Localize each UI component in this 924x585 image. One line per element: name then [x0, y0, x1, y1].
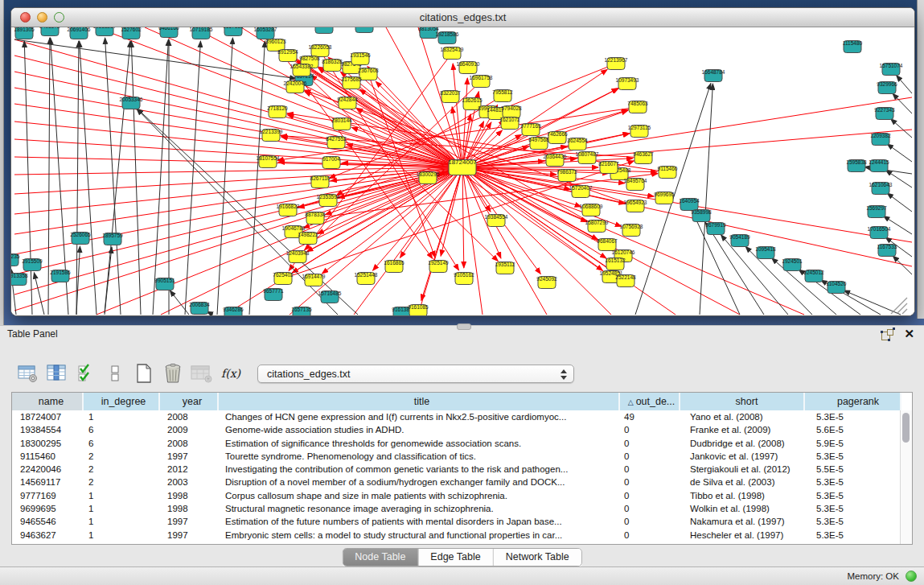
table-cell[interactable]: 2003 [160, 476, 219, 488]
table-cell[interactable]: 2 [84, 463, 160, 476]
table-cell[interactable]: 1 [84, 489, 160, 502]
table-cell[interactable]: Investigating the contribution of common… [219, 463, 620, 476]
table-cell[interactable]: 0 [620, 515, 680, 528]
graph-node[interactable] [224, 27, 242, 36]
window-resize-grip[interactable] [902, 309, 907, 314]
table-cell[interactable]: Nakamura et al. (1997) [680, 515, 805, 528]
table-row[interactable]: 977716911998Corpus callosum shape and si… [12, 489, 912, 502]
table-cell[interactable]: 18300295 [12, 437, 84, 450]
table-cell[interactable]: Estimation of significance thresholds fo… [219, 437, 620, 450]
close-panel-icon[interactable]: ✕ [904, 327, 914, 341]
table-cell[interactable]: 9465546 [12, 515, 84, 528]
table-row[interactable]: 946362711997Embryonic stem cells: a mode… [12, 529, 912, 542]
table-row[interactable]: 2242004622012Investigating the contribut… [12, 463, 912, 476]
table-cell[interactable]: 2012 [160, 463, 219, 476]
column-header-in_degree[interactable]: in_degree [84, 393, 160, 410]
table-row[interactable]: 911546021997Tourette syndrome. Phenomeno… [12, 450, 912, 463]
table-cell[interactable]: Wolkin et al. (1998) [680, 502, 805, 515]
column-settings-icon[interactable] [45, 362, 69, 385]
table-cell[interactable]: 5.6E-5 [805, 423, 901, 436]
table-row[interactable]: 969969511998Structural magnetic resonanc… [12, 502, 912, 515]
table-cell[interactable]: Franke et al. (2009) [680, 423, 805, 436]
table-cell[interactable]: 49 [620, 410, 680, 423]
table-cell[interactable]: 5.3E-5 [805, 489, 901, 502]
close-window-icon[interactable] [20, 12, 31, 23]
table-cell[interactable]: 1998 [160, 502, 219, 515]
table-cell[interactable]: 0 [620, 423, 680, 436]
rows-icon[interactable] [103, 362, 127, 385]
table-cell[interactable]: 5.3E-5 [805, 529, 901, 542]
table-cell[interactable]: 1 [84, 529, 160, 542]
row-select-icon[interactable] [74, 362, 98, 385]
table-row[interactable]: 1938455462009Genome-wide association stu… [12, 423, 912, 436]
table-cell[interactable]: 0 [620, 463, 680, 476]
table-scrollbar[interactable] [900, 410, 912, 544]
table-row[interactable]: 1456911722003Disruption of a novel membe… [12, 476, 912, 488]
new-table-icon[interactable] [132, 362, 156, 385]
tab-network-table[interactable]: Network Table [494, 549, 581, 566]
table-cell[interactable]: 2 [84, 476, 160, 488]
table-cell[interactable]: Hescheler et al. (1997) [680, 529, 805, 542]
zoom-window-icon[interactable] [54, 12, 64, 23]
table-cell[interactable]: 1998 [160, 489, 219, 502]
table-cell[interactable]: 2009 [160, 423, 219, 436]
table-cell[interactable]: 5.3E-5 [805, 502, 901, 515]
table-cell[interactable]: Jankovic et al. (1997) [680, 450, 805, 463]
column-header-title[interactable]: title [219, 393, 620, 410]
table-cell[interactable]: Estimation of the future numbers of pati… [219, 515, 620, 528]
table-cell[interactable]: Yano et al. (2008) [680, 410, 805, 423]
table-cell[interactable]: 6 [84, 437, 160, 450]
table-cell[interactable]: 9777169 [12, 489, 84, 502]
delete-rows-icon[interactable] [161, 362, 185, 385]
table-cell[interactable]: 9115460 [12, 450, 84, 463]
column-header-pagerank[interactable]: pagerank [805, 393, 901, 410]
table-cell[interactable]: Tourette syndrome. Phenomenology and cla… [219, 450, 620, 463]
window-resize-grip[interactable] [897, 303, 907, 314]
table-cell[interactable]: 2008 [160, 410, 219, 423]
table-cell[interactable]: 1997 [160, 515, 219, 528]
window-titlebar[interactable]: citations_edges.txt [11, 8, 914, 27]
table-cell[interactable]: 2008 [160, 437, 219, 450]
table-cell[interactable]: 5.3E-5 [805, 410, 901, 423]
table-cell[interactable]: 2 [84, 450, 160, 463]
table-cell[interactable]: 6 [84, 423, 160, 436]
column-header-year[interactable]: year [160, 393, 219, 410]
table-cell[interactable]: 9463627 [12, 529, 84, 542]
table-cell[interactable]: Corpus callosum shape and size in male p… [219, 489, 620, 502]
graph-node[interactable] [96, 27, 113, 36]
table-cell[interactable]: Stergiakouli et al. (2012) [680, 463, 805, 476]
table-cell[interactable]: 5.3E-5 [805, 476, 901, 488]
table-row[interactable]: 946554611997Estimation of the future num… [12, 515, 912, 528]
table-settings-icon[interactable] [16, 362, 40, 385]
table-cell[interactable]: Genome-wide association studies in ADHD. [219, 423, 620, 436]
graph-node[interactable] [41, 27, 59, 36]
table-cell[interactable]: 1 [84, 410, 160, 423]
graph-node[interactable] [355, 27, 373, 33]
table-cell[interactable]: 5.9E-5 [805, 437, 901, 450]
table-row[interactable]: 1830029562008Estimation of significance … [12, 437, 912, 450]
table-cell[interactable]: Structural magnetic resonance image aver… [219, 502, 620, 515]
column-header-short[interactable]: short [680, 393, 805, 410]
table-cell[interactable]: 18724007 [12, 410, 84, 423]
column-header-name[interactable]: name [12, 393, 84, 410]
table-cell[interactable]: Tibbo et al. (1998) [680, 489, 805, 502]
table-cell[interactable]: 14569117 [12, 476, 84, 488]
table-cell[interactable]: 0 [620, 529, 680, 542]
table-cell[interactable]: Changes of HCN gene expression and I(f) … [219, 410, 620, 423]
table-scrollbar-thumb[interactable] [902, 413, 910, 443]
table-cell[interactable]: 0 [620, 489, 680, 502]
panel-splitter-handle[interactable] [457, 323, 471, 330]
table-cell[interactable]: 1 [84, 502, 160, 515]
table-cell[interactable]: 9699695 [12, 502, 84, 515]
tab-node-table[interactable]: Node Table [343, 549, 418, 566]
column-header-out_de[interactable]: △out_de... [620, 393, 680, 410]
table-cell[interactable]: 1997 [160, 529, 219, 542]
table-cell[interactable]: 1997 [160, 450, 219, 463]
table-cell[interactable]: 5.5E-5 [805, 463, 901, 476]
table-cell[interactable]: 22420046 [12, 463, 84, 476]
table-cell[interactable]: Disruption of a novel member of a sodium… [219, 476, 620, 488]
table-cell[interactable]: 0 [620, 476, 680, 488]
delete-table-icon[interactable] [190, 362, 214, 385]
tab-edge-table[interactable]: Edge Table [418, 549, 493, 566]
graph-node[interactable] [315, 27, 333, 34]
